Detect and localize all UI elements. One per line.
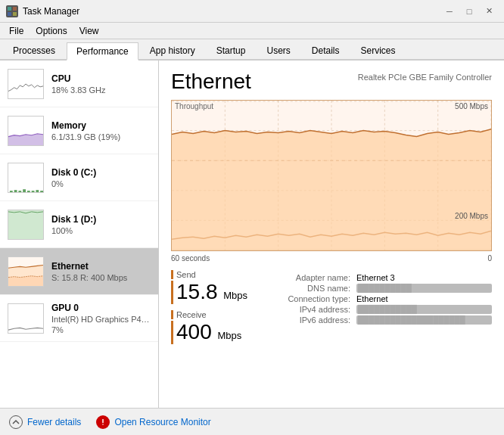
- receive-label: Receive: [171, 310, 247, 319]
- right-panel: Ethernet Realtek PCIe GBE Family Control…: [159, 61, 504, 408]
- disk0-thumbnail: [8, 163, 44, 193]
- window-controls: ─ □ ✕: [440, 4, 498, 19]
- svg-rect-8: [23, 189, 26, 192]
- left-item-disk0[interactable]: Disk 0 (C:) 0%: [0, 154, 158, 201]
- chart-label-throughput: Throughput: [175, 102, 213, 110]
- svg-rect-3: [13, 12, 17, 16]
- disk1-subtitle: 100%: [51, 226, 151, 235]
- svg-rect-2: [8, 12, 11, 16]
- menu-bar: File Options View: [0, 23, 504, 39]
- close-button[interactable]: ✕: [480, 4, 498, 19]
- connection-type-val: Ethernet: [356, 294, 492, 303]
- fewer-details-icon: [9, 415, 23, 429]
- chart-label-500mbps: 500 Mbps: [455, 102, 488, 110]
- stats-section: Send 15.8 Mbps Receive 400 Mbps: [171, 270, 247, 344]
- svg-rect-7: [18, 191, 21, 192]
- svg-rect-9: [27, 191, 30, 192]
- svg-rect-13: [8, 210, 43, 239]
- info-grid: Adapter name: Ethernet 3 DNS name: █████…: [263, 273, 492, 325]
- chart-time-left: 60 seconds: [171, 254, 210, 263]
- open-resource-monitor-label: Open Resource Monitor: [114, 417, 210, 427]
- cpu-thumbnail: [8, 69, 44, 99]
- svg-rect-6: [14, 190, 17, 192]
- send-value: 15.8 Mbps: [171, 281, 247, 304]
- left-item-gpu0[interactable]: GPU 0 Intel(R) HD Graphics P4… 7%: [0, 295, 158, 342]
- tab-users[interactable]: Users: [257, 41, 300, 59]
- disk1-title: Disk 1 (D:): [51, 214, 151, 225]
- open-resource-monitor-button[interactable]: Open Resource Monitor: [96, 415, 210, 429]
- ethernet-thumbnail: [8, 256, 44, 287]
- ipv4-key: IPv4 address:: [263, 305, 350, 314]
- left-item-ethernet[interactable]: Ethernet S: 15.8 R: 400 Mbps: [0, 248, 158, 295]
- disk0-subtitle: 0%: [51, 179, 151, 188]
- adapter-name-val: Ethernet 3: [356, 273, 492, 282]
- svg-rect-12: [40, 191, 43, 192]
- memory-info: Memory 6.1/31.9 GB (19%): [51, 120, 151, 141]
- receive-value: 400 Mbps: [171, 321, 247, 344]
- connection-type-key: Connection type:: [263, 294, 350, 303]
- ipv6-val: ████████████████████: [356, 315, 492, 325]
- minimize-button[interactable]: ─: [440, 4, 459, 19]
- svg-rect-11: [36, 190, 39, 192]
- left-item-disk1[interactable]: Disk 1 (D:) 100%: [0, 201, 158, 248]
- fewer-details-label: Fewer details: [27, 417, 81, 427]
- right-title: Ethernet: [171, 70, 251, 94]
- title-bar: Task Manager ─ □ ✕: [0, 0, 504, 23]
- memory-thumbnail: [8, 116, 44, 146]
- ethernet-subtitle: S: 15.8 R: 400 Mbps: [51, 273, 151, 282]
- svg-rect-0: [8, 7, 11, 11]
- ipv4-val: ███████████: [356, 305, 492, 314]
- window-title: Task Manager: [23, 6, 79, 17]
- disk0-title: Disk 0 (C:): [51, 167, 151, 178]
- main-content: CPU 18% 3.83 GHz Memory 6.1/31.9 GB (19%…: [0, 61, 504, 408]
- memory-subtitle: 6.1/31.9 GB (19%): [51, 132, 151, 141]
- maximize-button[interactable]: □: [460, 4, 478, 19]
- tab-processes[interactable]: Processes: [3, 41, 65, 59]
- gpu0-subtitle: Intel(R) HD Graphics P4…: [51, 315, 151, 324]
- tab-details[interactable]: Details: [302, 41, 350, 59]
- stats-info-row: Send 15.8 Mbps Receive 400 Mbps Adapter …: [171, 270, 492, 344]
- dns-name-val: ██████████: [356, 284, 492, 293]
- ipv6-key: IPv6 address:: [263, 315, 350, 325]
- menu-file[interactable]: File: [3, 24, 30, 38]
- svg-marker-29: [172, 129, 491, 250]
- disk1-info: Disk 1 (D:) 100%: [51, 214, 151, 235]
- adapter-name-key: Adapter name:: [263, 273, 350, 282]
- ethernet-info: Ethernet S: 15.8 R: 400 Mbps: [51, 261, 151, 282]
- menu-options[interactable]: Options: [30, 24, 73, 38]
- right-header: Ethernet Realtek PCIe GBE Family Control…: [171, 70, 492, 94]
- receive-stat: Receive 400 Mbps: [171, 310, 247, 344]
- gpu0-title: GPU 0: [51, 303, 151, 313]
- memory-title: Memory: [51, 120, 151, 131]
- left-item-memory[interactable]: Memory 6.1/31.9 GB (19%): [0, 107, 158, 154]
- gpu0-subtitle2: 7%: [51, 325, 151, 334]
- svg-marker-15: [8, 275, 43, 285]
- cpu-title: CPU: [51, 73, 151, 84]
- throughput-chart: Throughput 500 Mbps 200 Mbps: [171, 100, 492, 251]
- tab-performance[interactable]: Performance: [67, 42, 138, 61]
- svg-rect-10: [32, 191, 35, 192]
- tab-app-history[interactable]: App history: [140, 41, 205, 59]
- send-label: Send: [171, 270, 247, 279]
- dns-name-key: DNS name:: [263, 284, 350, 293]
- tab-startup[interactable]: Startup: [207, 41, 256, 59]
- send-stat: Send 15.8 Mbps: [171, 270, 247, 304]
- gpu0-info: GPU 0 Intel(R) HD Graphics P4… 7%: [51, 303, 151, 334]
- left-item-cpu[interactable]: CPU 18% 3.83 GHz: [0, 61, 158, 107]
- resource-monitor-icon: [96, 415, 110, 429]
- cpu-info: CPU 18% 3.83 GHz: [51, 73, 151, 95]
- menu-view[interactable]: View: [73, 24, 105, 38]
- svg-rect-5: [10, 191, 13, 192]
- tab-services[interactable]: Services: [351, 41, 406, 59]
- disk0-info: Disk 0 (C:) 0%: [51, 167, 151, 188]
- fewer-details-button[interactable]: Fewer details: [9, 415, 81, 429]
- bottom-bar: Fewer details Open Resource Monitor: [0, 408, 504, 435]
- chart-time-labels: 60 seconds 0: [171, 254, 492, 263]
- chart-time-right: 0: [487, 254, 492, 263]
- ethernet-title: Ethernet: [51, 261, 151, 272]
- svg-rect-1: [13, 7, 17, 11]
- chart-label-200mbps: 200 Mbps: [455, 212, 488, 220]
- disk1-thumbnail: [8, 210, 44, 240]
- title-bar-left: Task Manager: [6, 5, 79, 17]
- svg-point-32: [103, 424, 104, 425]
